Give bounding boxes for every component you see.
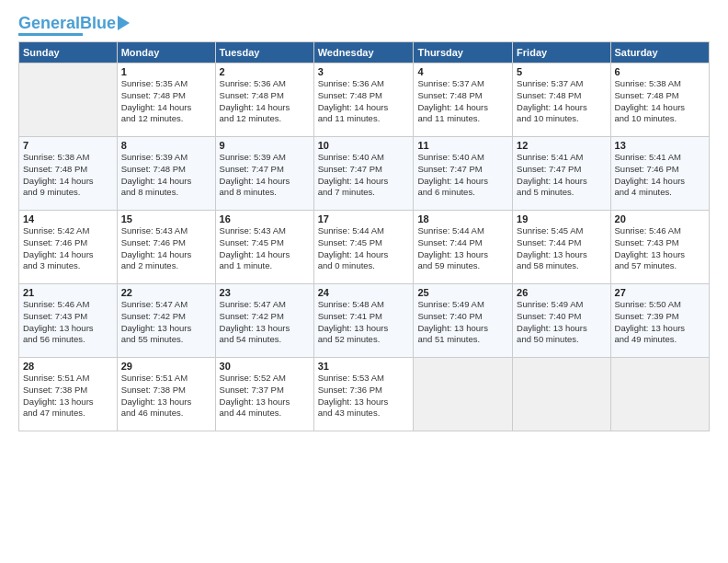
day-number: 28 [23,361,113,372]
day-info: Sunrise: 5:43 AM Sunset: 7:46 PM Dayligh… [121,225,211,272]
day-cell [414,358,513,431]
day-info: Sunrise: 5:45 AM Sunset: 7:44 PM Dayligh… [517,225,606,272]
col-header-monday: Monday [117,42,215,63]
day-info: Sunrise: 5:40 AM Sunset: 7:47 PM Dayligh… [417,152,508,199]
day-cell: 24Sunrise: 5:48 AM Sunset: 7:41 PM Dayli… [313,284,414,358]
day-number: 1 [121,66,211,77]
day-cell: 13Sunrise: 5:41 AM Sunset: 7:46 PM Dayli… [610,137,709,211]
day-cell: 20Sunrise: 5:46 AM Sunset: 7:43 PM Dayli… [610,211,709,284]
calendar-table: SundayMondayTuesdayWednesdayThursdayFrid… [18,41,710,431]
day-info: Sunrise: 5:37 AM Sunset: 7:48 PM Dayligh… [517,78,606,125]
day-cell: 8Sunrise: 5:39 AM Sunset: 7:48 PM Daylig… [117,137,215,211]
day-info: Sunrise: 5:47 AM Sunset: 7:42 PM Dayligh… [121,299,211,346]
day-number: 4 [417,66,508,77]
logo: GeneralBlue [18,15,130,36]
day-cell: 28Sunrise: 5:51 AM Sunset: 7:38 PM Dayli… [19,358,118,431]
day-info: Sunrise: 5:35 AM Sunset: 7:48 PM Dayligh… [121,78,211,125]
day-cell: 5Sunrise: 5:37 AM Sunset: 7:48 PM Daylig… [513,63,610,137]
day-info: Sunrise: 5:49 AM Sunset: 7:40 PM Dayligh… [417,299,508,346]
day-number: 17 [318,213,410,224]
col-header-sunday: Sunday [19,42,118,63]
day-number: 16 [220,213,310,224]
day-cell: 23Sunrise: 5:47 AM Sunset: 7:42 PM Dayli… [215,284,313,358]
week-row-5: 28Sunrise: 5:51 AM Sunset: 7:38 PM Dayli… [19,358,710,431]
day-number: 21 [23,287,113,298]
day-number: 8 [121,140,211,151]
page: GeneralBlue SundayMondayTuesdayWednesday… [0,0,728,563]
day-info: Sunrise: 5:44 AM Sunset: 7:44 PM Dayligh… [417,225,508,272]
day-number: 7 [23,140,113,151]
day-cell: 9Sunrise: 5:39 AM Sunset: 7:47 PM Daylig… [215,137,313,211]
day-cell: 19Sunrise: 5:45 AM Sunset: 7:44 PM Dayli… [513,211,610,284]
day-info: Sunrise: 5:41 AM Sunset: 7:47 PM Dayligh… [517,152,606,199]
logo-blue: Blue [80,14,116,32]
day-info: Sunrise: 5:36 AM Sunset: 7:48 PM Dayligh… [318,78,410,125]
day-number: 11 [417,140,508,151]
day-cell: 21Sunrise: 5:46 AM Sunset: 7:43 PM Dayli… [19,284,118,358]
day-info: Sunrise: 5:42 AM Sunset: 7:46 PM Dayligh… [23,225,113,272]
day-cell: 3Sunrise: 5:36 AM Sunset: 7:48 PM Daylig… [313,63,414,137]
day-info: Sunrise: 5:50 AM Sunset: 7:39 PM Dayligh… [615,299,705,346]
col-header-tuesday: Tuesday [215,42,313,63]
day-info: Sunrise: 5:38 AM Sunset: 7:48 PM Dayligh… [615,78,705,125]
day-info: Sunrise: 5:40 AM Sunset: 7:47 PM Dayligh… [318,152,410,199]
week-row-3: 14Sunrise: 5:42 AM Sunset: 7:46 PM Dayli… [19,211,710,284]
day-cell: 11Sunrise: 5:40 AM Sunset: 7:47 PM Dayli… [414,137,513,211]
day-number: 26 [517,287,606,298]
day-number: 18 [417,213,508,224]
day-number: 30 [220,361,310,372]
day-info: Sunrise: 5:44 AM Sunset: 7:45 PM Dayligh… [318,225,410,272]
day-info: Sunrise: 5:46 AM Sunset: 7:43 PM Dayligh… [23,299,113,346]
day-cell: 22Sunrise: 5:47 AM Sunset: 7:42 PM Dayli… [117,284,215,358]
day-cell: 16Sunrise: 5:43 AM Sunset: 7:45 PM Dayli… [215,211,313,284]
day-number: 2 [220,66,310,77]
day-number: 3 [318,66,410,77]
day-cell: 6Sunrise: 5:38 AM Sunset: 7:48 PM Daylig… [610,63,709,137]
day-info: Sunrise: 5:41 AM Sunset: 7:46 PM Dayligh… [615,152,705,199]
day-cell: 17Sunrise: 5:44 AM Sunset: 7:45 PM Dayli… [313,211,414,284]
day-number: 14 [23,213,113,224]
header: GeneralBlue [18,15,710,36]
day-number: 12 [517,140,606,151]
day-cell: 25Sunrise: 5:49 AM Sunset: 7:40 PM Dayli… [414,284,513,358]
day-info: Sunrise: 5:39 AM Sunset: 7:47 PM Dayligh… [220,152,310,199]
day-cell: 31Sunrise: 5:53 AM Sunset: 7:36 PM Dayli… [313,358,414,431]
day-cell: 4Sunrise: 5:37 AM Sunset: 7:48 PM Daylig… [414,63,513,137]
day-info: Sunrise: 5:46 AM Sunset: 7:43 PM Dayligh… [615,225,705,272]
day-cell: 29Sunrise: 5:51 AM Sunset: 7:38 PM Dayli… [117,358,215,431]
day-info: Sunrise: 5:52 AM Sunset: 7:37 PM Dayligh… [220,373,310,419]
logo-text: GeneralBlue [18,15,116,31]
day-number: 6 [615,66,705,77]
day-number: 25 [417,287,508,298]
day-cell [513,358,610,431]
col-header-saturday: Saturday [610,42,709,63]
day-number: 10 [318,140,410,151]
logo-arrow-icon [118,16,130,30]
day-cell: 10Sunrise: 5:40 AM Sunset: 7:47 PM Dayli… [313,137,414,211]
day-info: Sunrise: 5:36 AM Sunset: 7:48 PM Dayligh… [220,78,310,125]
day-number: 31 [318,361,410,372]
day-number: 22 [121,287,211,298]
day-cell: 30Sunrise: 5:52 AM Sunset: 7:37 PM Dayli… [215,358,313,431]
day-info: Sunrise: 5:48 AM Sunset: 7:41 PM Dayligh… [318,299,410,346]
day-cell [19,63,118,137]
day-number: 19 [517,213,606,224]
day-number: 13 [615,140,705,151]
day-info: Sunrise: 5:51 AM Sunset: 7:38 PM Dayligh… [121,373,211,419]
day-number: 9 [220,140,310,151]
day-number: 24 [318,287,410,298]
day-cell: 2Sunrise: 5:36 AM Sunset: 7:48 PM Daylig… [215,63,313,137]
week-row-2: 7Sunrise: 5:38 AM Sunset: 7:48 PM Daylig… [19,137,710,211]
logo-general: General [18,14,80,32]
day-cell: 7Sunrise: 5:38 AM Sunset: 7:48 PM Daylig… [19,137,118,211]
day-info: Sunrise: 5:53 AM Sunset: 7:36 PM Dayligh… [318,373,410,419]
day-number: 23 [220,287,310,298]
day-cell: 26Sunrise: 5:49 AM Sunset: 7:40 PM Dayli… [513,284,610,358]
col-header-wednesday: Wednesday [313,42,414,63]
col-header-friday: Friday [513,42,610,63]
week-row-4: 21Sunrise: 5:46 AM Sunset: 7:43 PM Dayli… [19,284,710,358]
day-number: 29 [121,361,211,372]
day-info: Sunrise: 5:51 AM Sunset: 7:38 PM Dayligh… [23,373,113,419]
day-cell: 14Sunrise: 5:42 AM Sunset: 7:46 PM Dayli… [19,211,118,284]
day-cell: 15Sunrise: 5:43 AM Sunset: 7:46 PM Dayli… [117,211,215,284]
